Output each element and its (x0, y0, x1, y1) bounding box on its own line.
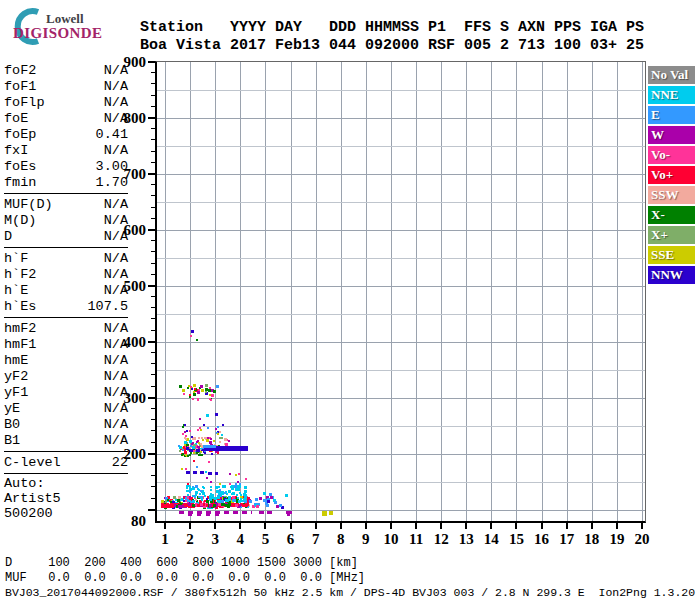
echo-dot (224, 438, 227, 441)
y-axis-tick (148, 229, 155, 231)
x-axis-tick-label: 1 (152, 531, 178, 548)
echo-trace-segment (203, 445, 217, 448)
echo-dot (269, 493, 272, 496)
echo-dot (213, 504, 216, 507)
param-label: B0 (4, 417, 20, 432)
y-axis-tick (151, 184, 155, 185)
echo-dot (221, 503, 224, 506)
echo-dot (201, 454, 203, 456)
param-label: hmE (4, 353, 28, 368)
grid-line-horizontal (157, 370, 645, 371)
x-axis-tick (465, 523, 467, 529)
legend-item-vo+: Vo+ (648, 166, 695, 184)
echo-dot (194, 388, 196, 390)
echo-dot (197, 398, 199, 400)
echo-dot (217, 433, 219, 435)
header-line-1: Station YYYY DAY DDD HHMMSS P1 FFS S AXN… (140, 19, 644, 36)
muf-row: MUF 0.0 0.0 0.0 0.0 0.0 0.0 0.0 0.0 [MHz… (5, 571, 365, 585)
echo-dot (190, 335, 192, 337)
grid-line-vertical (366, 62, 367, 521)
grid-line-horizontal (157, 426, 645, 427)
echo-dot (189, 496, 191, 498)
echo-dot (210, 489, 212, 491)
echo-dot (287, 513, 290, 516)
echo-trace-segment (259, 511, 272, 514)
echo-dot (199, 427, 201, 429)
echo-dot (285, 494, 288, 497)
echo-dot (186, 430, 188, 432)
param-row: foF1N/A (4, 78, 128, 94)
y-axis-tick (151, 251, 155, 252)
panel-separator (4, 247, 128, 248)
x-axis-tick (365, 523, 367, 529)
echo-dot (322, 511, 327, 516)
echo-dot (243, 493, 246, 496)
echo-dot (231, 487, 234, 490)
echo-dot (197, 488, 199, 490)
legend-item-sse: SSE (648, 246, 695, 264)
echo-dot (188, 503, 191, 506)
echo-dot (206, 414, 209, 417)
param-row: foFlpN/A (4, 94, 128, 110)
param-label: 500200 (4, 506, 53, 521)
grid-line-vertical (165, 62, 166, 521)
echo-dot (185, 454, 187, 456)
param-label: h`F2 (4, 267, 36, 282)
param-row: h`Es107.5 (4, 298, 128, 314)
y-axis-tick (151, 330, 155, 331)
x-axis-tick-label: 5 (252, 531, 278, 548)
y-axis-tick-label: 300 (108, 390, 146, 407)
echo-dot (189, 430, 191, 432)
y-axis-tick (148, 61, 155, 63)
echo-dot (200, 385, 203, 388)
grid-line-horizontal (157, 146, 645, 147)
y-axis-tick (148, 173, 155, 175)
y-axis-tick (151, 263, 155, 264)
legend-item-ssw: SSW (648, 186, 695, 204)
echo-dot (215, 413, 218, 416)
echo-dot (213, 390, 216, 393)
param-label: foE (4, 111, 28, 126)
echo-dot (219, 483, 221, 485)
x-axis-tick (264, 523, 266, 529)
echo-dot (208, 389, 211, 392)
echo-trace-segment (186, 471, 205, 474)
grid-line-vertical (516, 62, 517, 521)
y-axis-tick (151, 419, 155, 420)
param-row: B0N/A (4, 416, 128, 432)
echo-dot (206, 477, 208, 479)
param-label: D (4, 229, 12, 244)
param-label: foF1 (4, 79, 36, 94)
echo-dot (191, 388, 193, 390)
y-axis-tick-label: 80 (108, 513, 146, 530)
legend-item-x-: X- (648, 206, 695, 224)
y-axis-tick (151, 151, 155, 152)
echo-dot (229, 483, 231, 485)
echo-dot (224, 492, 226, 494)
echo-dot (199, 452, 201, 454)
echo-dot (206, 439, 209, 442)
echo-dot (238, 473, 240, 475)
x-axis-tick (164, 523, 166, 529)
x-axis-tick-label: 18 (579, 531, 605, 548)
x-axis-tick (415, 523, 417, 529)
echo-dot (225, 499, 228, 502)
grid-line-vertical (416, 62, 417, 521)
y-axis-tick-label: 700 (108, 166, 146, 183)
grid-line-horizontal (157, 342, 645, 343)
y-axis-tick (151, 162, 155, 163)
echo-dot (183, 393, 185, 395)
param-row: Auto: (4, 476, 128, 491)
echo-dot (199, 418, 201, 420)
y-axis-tick (148, 117, 155, 119)
echo-dot (192, 398, 194, 400)
param-row: Artist5 (4, 491, 128, 506)
x-axis-tick (591, 523, 593, 529)
echo-dot (219, 489, 221, 491)
echo-dot (241, 500, 243, 502)
grid-line-vertical (291, 62, 292, 521)
y-axis-tick-label: 400 (108, 334, 146, 351)
y-axis-tick (148, 341, 155, 343)
y-axis-tick (151, 106, 155, 107)
grid-line-horizontal (157, 230, 645, 231)
